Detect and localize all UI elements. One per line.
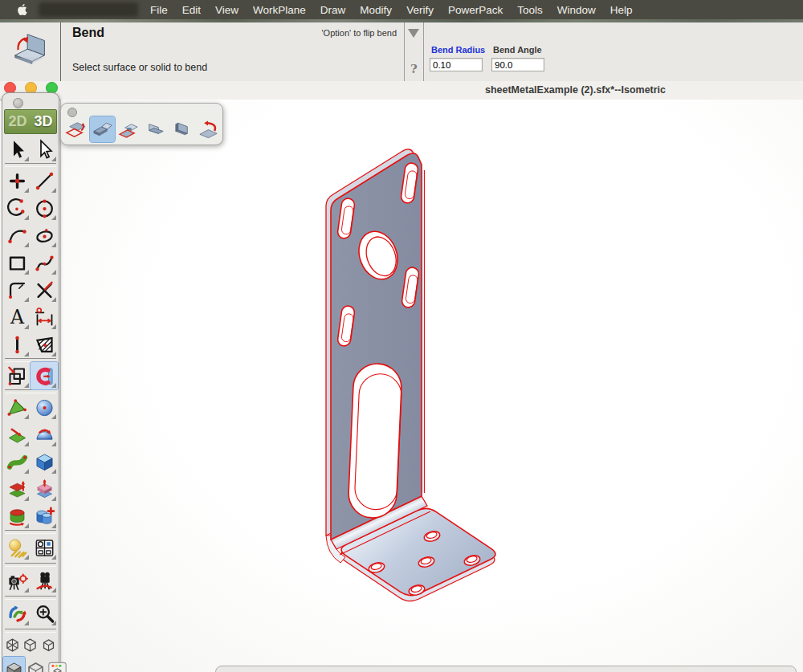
tool-rectangle[interactable] bbox=[3, 249, 31, 276]
menu-edit[interactable]: Edit bbox=[175, 4, 208, 16]
menu-verify[interactable]: Verify bbox=[399, 4, 441, 16]
view-wireframe-small[interactable] bbox=[39, 633, 58, 657]
tool-viewport-layout[interactable] bbox=[31, 534, 58, 561]
bend-icon bbox=[91, 119, 114, 141]
tool-walkthrough-camera[interactable] bbox=[31, 567, 58, 594]
wire-cube-small-icon bbox=[40, 637, 57, 654]
tool-segment[interactable] bbox=[3, 331, 31, 358]
tool-select[interactable] bbox=[3, 136, 31, 163]
shaded-cube-icon bbox=[3, 660, 25, 672]
menu-window[interactable]: Window bbox=[550, 4, 603, 16]
tool-curve[interactable] bbox=[3, 222, 31, 249]
tool-spline[interactable] bbox=[31, 249, 58, 276]
app-name-blurred[interactable] bbox=[39, 2, 138, 17]
boolean-add-icon bbox=[34, 506, 55, 527]
collapse-triangle-icon[interactable] bbox=[408, 29, 419, 38]
trim-icon bbox=[34, 279, 55, 301]
view-unshaded[interactable] bbox=[25, 657, 47, 672]
zoom-in-icon bbox=[34, 603, 55, 625]
apple-menu-icon[interactable] bbox=[17, 3, 29, 16]
tool-palette: 2D 3D bbox=[2, 92, 59, 672]
menu-powerpack[interactable]: PowerPack bbox=[441, 4, 510, 16]
menu-tools[interactable]: Tools bbox=[510, 4, 550, 16]
bend-angle-input[interactable] bbox=[491, 58, 544, 71]
cutout-large-stadium bbox=[348, 363, 403, 519]
text-icon: A bbox=[6, 307, 28, 328]
wire-cube-icon bbox=[22, 637, 39, 654]
move-copy-icon bbox=[6, 365, 28, 387]
tool-circle[interactable] bbox=[31, 194, 58, 222]
sphere-icon bbox=[34, 397, 55, 418]
tool-push-surface[interactable] bbox=[3, 421, 31, 448]
sheet-metal-bend-icon bbox=[34, 365, 55, 387]
menu-file[interactable]: File bbox=[143, 4, 175, 16]
tool-select-open[interactable] bbox=[31, 136, 58, 163]
tool-text[interactable]: A bbox=[3, 303, 31, 331]
tab-2d[interactable]: 2D bbox=[5, 110, 31, 133]
dimension-icon bbox=[34, 307, 55, 328]
view-wireframe[interactable] bbox=[22, 633, 40, 657]
palette-mode-tabs: 2D 3D bbox=[4, 109, 57, 134]
tool-ellipse[interactable] bbox=[31, 222, 58, 249]
circle-icon bbox=[34, 198, 55, 219]
tab-3d[interactable]: 3D bbox=[31, 110, 56, 133]
tool-cube-solid[interactable] bbox=[31, 448, 58, 475]
tool-line[interactable] bbox=[31, 167, 58, 194]
tool-mesh-surface[interactable] bbox=[3, 393, 31, 421]
model-viewport[interactable] bbox=[60, 100, 803, 672]
menu-draw[interactable]: Draw bbox=[313, 4, 353, 16]
panel-title: Bend bbox=[72, 26, 104, 40]
revolve-icon bbox=[6, 506, 28, 527]
tool-boolean-add[interactable] bbox=[31, 503, 58, 530]
bend-angle-label: Bend Angle bbox=[493, 45, 542, 55]
menu-view[interactable]: View bbox=[208, 4, 246, 16]
sheet-metal-tools bbox=[63, 116, 221, 142]
menu-modify[interactable]: Modify bbox=[353, 4, 399, 16]
tool-arc[interactable] bbox=[3, 194, 31, 222]
mini-view-palette[interactable] bbox=[47, 657, 68, 672]
tool-closed-bend[interactable] bbox=[143, 116, 168, 142]
tool-trim[interactable] bbox=[31, 276, 58, 303]
current-tool-icon-box bbox=[0, 22, 61, 81]
tool-bend[interactable] bbox=[90, 116, 115, 142]
tool-render-material[interactable] bbox=[3, 534, 31, 561]
bend-radius-input[interactable] bbox=[430, 58, 483, 71]
tool-unbend[interactable] bbox=[196, 116, 221, 142]
tool-dimension[interactable] bbox=[31, 303, 58, 331]
panel-controls-column: ? bbox=[404, 22, 424, 81]
tool-loft[interactable] bbox=[3, 475, 31, 503]
tool-rotate-view[interactable] bbox=[3, 600, 31, 627]
tool-sheet-metal-group[interactable] bbox=[31, 362, 58, 389]
tool-zoom-in[interactable] bbox=[31, 600, 58, 627]
menu-help[interactable]: Help bbox=[603, 4, 640, 16]
sheet-metal-bracket[interactable] bbox=[61, 100, 803, 672]
tool-move-copy[interactable] bbox=[3, 362, 31, 389]
document-title-bar: sheetMetalExample (2).sfx*--Isometric bbox=[0, 81, 803, 100]
tool-unfold[interactable] bbox=[63, 116, 88, 142]
fillet-icon bbox=[6, 279, 28, 301]
tool-sphere[interactable] bbox=[31, 393, 58, 421]
tool-revolve-solid[interactable] bbox=[3, 503, 31, 530]
tool-point[interactable] bbox=[3, 167, 31, 194]
background-window-edge[interactable] bbox=[215, 666, 797, 672]
tool-jog[interactable] bbox=[116, 116, 141, 142]
tool-hatch[interactable] bbox=[31, 331, 58, 358]
tool-fillet[interactable] bbox=[3, 276, 31, 303]
palette-close-icon[interactable] bbox=[13, 98, 23, 108]
segment-icon bbox=[6, 334, 28, 356]
arc-icon bbox=[6, 198, 28, 219]
tool-prompt: Select surface or solid to bend bbox=[72, 62, 207, 73]
tool-flange[interactable] bbox=[169, 116, 194, 142]
tool-render-camera[interactable] bbox=[3, 567, 31, 594]
menu-workplane[interactable]: WorkPlane bbox=[246, 4, 313, 16]
mesh-surface-icon bbox=[6, 397, 28, 418]
tool-dome-surface[interactable] bbox=[31, 421, 58, 448]
line-icon bbox=[34, 170, 55, 192]
tool-thicken[interactable] bbox=[31, 475, 58, 503]
view-wireframe-full[interactable] bbox=[3, 633, 22, 657]
tool-sweep-surface[interactable] bbox=[3, 448, 31, 475]
help-icon[interactable]: ? bbox=[405, 62, 423, 76]
view-shaded[interactable] bbox=[3, 657, 25, 672]
closed-bend-icon bbox=[144, 119, 167, 141]
sheet-metal-toolbar bbox=[60, 103, 223, 145]
